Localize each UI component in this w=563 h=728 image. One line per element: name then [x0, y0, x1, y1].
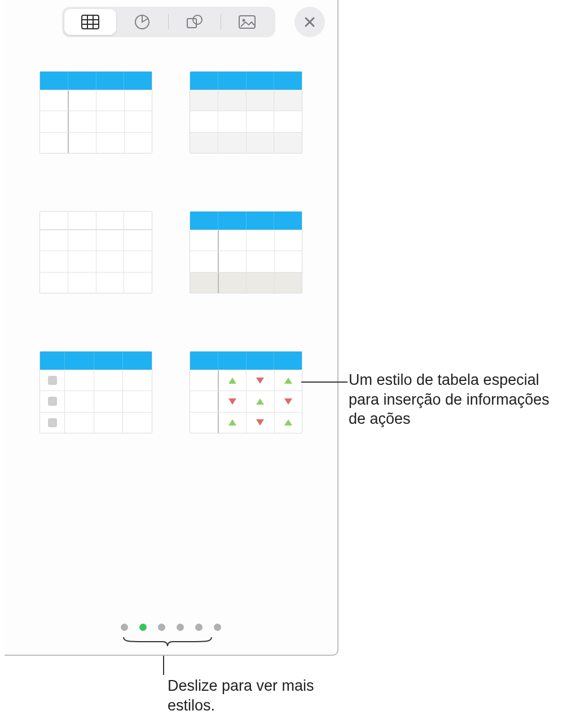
- page-dot[interactable]: [177, 624, 184, 631]
- svg-point-7: [193, 15, 202, 24]
- table-style-blue-header-stocks[interactable]: [190, 351, 302, 433]
- close-icon: [304, 16, 316, 28]
- arrow-up-icon: [256, 398, 264, 405]
- thumb-body: [190, 230, 302, 293]
- arrow-up-icon: [228, 419, 236, 426]
- thumb-body: [40, 370, 152, 433]
- thumb-body: [190, 370, 302, 433]
- table-style-blue-header-firstcol[interactable]: [39, 71, 152, 154]
- page-dot-active[interactable]: [139, 624, 147, 631]
- checkbox-icon: [48, 397, 57, 406]
- tab-chart[interactable]: [116, 9, 168, 35]
- tab-image[interactable]: [221, 9, 273, 35]
- callout-text: Um estilo de tabela especial para inserç…: [349, 371, 549, 427]
- insert-panel: [5, 0, 338, 656]
- callout-pager: Deslize para ver mais estilos.: [168, 676, 348, 715]
- arrow-up-icon: [284, 378, 292, 384]
- thumb-header: [190, 352, 302, 370]
- insert-category-segmented: [62, 7, 275, 37]
- callout-text: Deslize para ver mais estilos.: [168, 677, 314, 714]
- arrow-down-icon: [256, 378, 264, 384]
- pie-chart-icon: [134, 14, 150, 30]
- thumb-header: [190, 212, 302, 230]
- arrow-up-icon: [284, 419, 292, 426]
- svg-point-9: [243, 19, 245, 22]
- page-indicator[interactable]: [5, 624, 337, 631]
- arrow-up-icon: [228, 378, 236, 384]
- checkbox-icon: [48, 376, 57, 385]
- callout-leader: [163, 656, 164, 675]
- tab-table[interactable]: [64, 9, 116, 35]
- table-style-plain-grid[interactable]: [39, 211, 152, 293]
- tab-shape[interactable]: [169, 9, 221, 35]
- svg-rect-0: [82, 15, 99, 29]
- callout-stocks-style: Um estilo de tabela especial para inserç…: [349, 370, 554, 429]
- checkbox-icon: [48, 418, 57, 427]
- thumb-body: [190, 90, 302, 153]
- page-dot[interactable]: [195, 624, 203, 631]
- shapes-icon: [186, 14, 203, 30]
- table-style-blue-header-alt[interactable]: [190, 71, 302, 154]
- thumb-body: [40, 90, 152, 153]
- thumb-header: [40, 72, 152, 90]
- page-dot[interactable]: [121, 624, 128, 631]
- arrow-down-icon: [228, 398, 236, 405]
- page-dot[interactable]: [214, 624, 221, 631]
- callout-brace: [123, 637, 212, 647]
- close-button[interactable]: [294, 7, 325, 37]
- callout-leader: [301, 381, 348, 383]
- thumb-body: [40, 230, 152, 293]
- table-style-blue-header-footer[interactable]: [190, 211, 302, 293]
- insert-toolbar: [5, 0, 337, 37]
- image-icon: [239, 15, 256, 29]
- arrow-down-icon: [284, 398, 292, 405]
- thumb-header: [40, 352, 152, 370]
- arrow-down-icon: [256, 419, 264, 426]
- table-icon: [81, 15, 99, 29]
- table-style-blue-header-checkbox[interactable]: [39, 351, 152, 433]
- thumb-header: [40, 212, 152, 230]
- table-styles-grid: [5, 37, 337, 433]
- page-dot[interactable]: [158, 624, 165, 631]
- thumb-header: [190, 72, 302, 90]
